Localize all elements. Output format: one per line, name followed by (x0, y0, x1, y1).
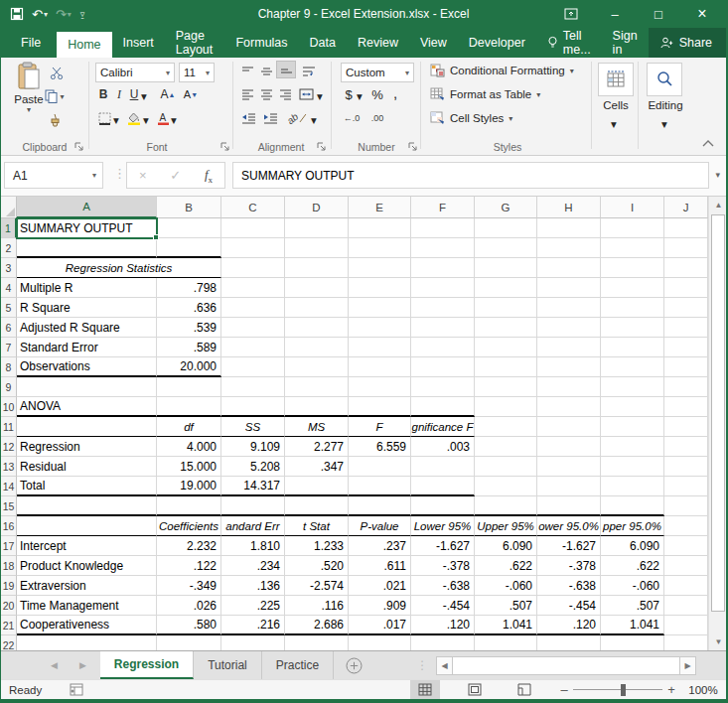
cell-A18[interactable]: Product Knowledge (17, 556, 157, 576)
name-box[interactable]: A1 ▾ (4, 162, 103, 189)
cell-H19[interactable]: -.638 (537, 576, 601, 596)
cell-H2[interactable] (537, 238, 601, 258)
cell-D13[interactable]: .347 (285, 457, 349, 477)
name-box-dropdown-icon[interactable]: ▾ (92, 171, 102, 180)
cell-C5[interactable] (221, 298, 285, 318)
cell-B15[interactable] (157, 496, 221, 516)
cell-J12[interactable] (664, 437, 708, 457)
borders-button[interactable] (96, 109, 112, 127)
macro-record-button[interactable] (70, 683, 83, 696)
align-left-button[interactable] (239, 85, 255, 103)
cell-E18[interactable]: .611 (349, 556, 411, 576)
cell-E11[interactable]: F (349, 417, 411, 437)
scroll-left-button[interactable]: ◀ (436, 656, 453, 675)
cell-F17[interactable]: -1.627 (411, 536, 475, 556)
cell-H20[interactable]: -.454 (537, 596, 601, 616)
column-header-C[interactable]: C (221, 197, 285, 218)
cell-H8[interactable] (537, 357, 601, 377)
cell-G9[interactable] (475, 377, 537, 397)
column-header-G[interactable]: G (475, 197, 537, 218)
cell-E12[interactable]: 6.559 (349, 437, 411, 457)
cell-F22[interactable] (411, 635, 475, 650)
column-header-F[interactable]: F (411, 197, 475, 218)
row-header-20[interactable]: 20 (1, 596, 17, 616)
close-button[interactable]: × (680, 0, 724, 28)
cell-G22[interactable] (475, 635, 537, 650)
cell-H22[interactable] (537, 635, 601, 650)
cell-B11[interactable]: df (157, 417, 221, 437)
vertical-scrollbar[interactable]: ▲ ▼ (708, 197, 727, 650)
cell-G3[interactable] (475, 258, 537, 278)
row-header-17[interactable]: 17 (1, 536, 17, 556)
cell-D9[interactable] (285, 377, 349, 397)
cell-C12[interactable]: 9.109 (221, 437, 285, 457)
cell-D16[interactable]: t Stat (285, 516, 349, 536)
row-header-8[interactable]: 8 (1, 357, 17, 377)
cell-H6[interactable] (537, 318, 601, 338)
cell-A2[interactable] (17, 238, 157, 258)
borders-dropdown-icon[interactable]: ▾ (113, 111, 119, 129)
cell-I22[interactable] (601, 635, 664, 650)
cell-B4[interactable]: .798 (157, 278, 221, 298)
cell-G8[interactable] (475, 357, 537, 377)
cell-E1[interactable] (349, 218, 411, 238)
cell-D7[interactable] (285, 338, 349, 357)
row-header-1[interactable]: 1 (1, 218, 17, 238)
cell-A7[interactable]: Standard Error (17, 338, 157, 357)
cell-E2[interactable] (349, 238, 411, 258)
cell-F16[interactable]: Lower 95% (411, 516, 475, 536)
cell-I16[interactable]: pper 95.0% (601, 516, 664, 536)
merge-center-dropdown-icon[interactable]: ▾ (317, 87, 323, 105)
cell-H4[interactable] (537, 278, 601, 298)
tab-file[interactable]: File (5, 28, 57, 58)
center-button[interactable] (258, 85, 274, 103)
cell-J5[interactable] (664, 298, 708, 318)
cell-J1[interactable] (664, 218, 708, 238)
cell-J20[interactable] (664, 596, 708, 616)
tab-data[interactable]: Data (299, 28, 347, 58)
cell-G17[interactable]: 6.090 (475, 536, 537, 556)
tab-page-layout[interactable]: Page Layout (165, 28, 225, 58)
cell-F19[interactable]: -.638 (411, 576, 475, 596)
enter-check-icon[interactable]: ✓ (170, 168, 181, 183)
column-header-D[interactable]: D (285, 197, 349, 218)
cell-I12[interactable] (601, 437, 664, 457)
format-as-table-button[interactable]: Format as Table ▾ (430, 87, 540, 101)
zoom-out-button[interactable]: – (555, 682, 573, 697)
cell-A3[interactable]: Regression Statistics (17, 258, 221, 278)
maximize-button[interactable]: □ (637, 0, 680, 28)
cell-styles-button[interactable]: Cell Styles ▾ (430, 111, 512, 125)
cell-E19[interactable]: .021 (349, 576, 411, 596)
cell-I11[interactable] (601, 417, 664, 437)
column-header-E[interactable]: E (349, 197, 411, 218)
cell-E21[interactable]: .017 (349, 616, 411, 635)
cell-C9[interactable] (221, 377, 285, 397)
cell-A10[interactable]: ANOVA (17, 397, 157, 417)
column-header-H[interactable]: H (537, 197, 601, 218)
cell-I14[interactable] (601, 477, 664, 496)
editing-button[interactable] (647, 63, 682, 96)
cell-G1[interactable] (475, 218, 537, 238)
cell-J14[interactable] (664, 477, 708, 496)
tab-home[interactable]: Home (57, 32, 111, 58)
scroll-down-button[interactable]: ▼ (709, 633, 728, 650)
cell-B1[interactable] (157, 218, 221, 238)
cell-J10[interactable] (664, 397, 708, 417)
cell-F21[interactable]: .120 (411, 616, 475, 635)
cell-D4[interactable] (285, 278, 349, 298)
next-sheet-button[interactable]: ▶ (58, 651, 100, 679)
middle-align-button[interactable] (258, 63, 274, 80)
cell-I2[interactable] (601, 238, 664, 258)
cells-button[interactable] (598, 63, 634, 96)
cell-A21[interactable]: Cooperativeness (17, 616, 157, 635)
horizontal-scroll-thumb[interactable] (453, 656, 679, 675)
cell-A13[interactable]: Residual (17, 457, 157, 477)
number-format-combo[interactable]: Custom ▾ (341, 63, 414, 82)
cell-E10[interactable] (349, 397, 411, 417)
cell-A8[interactable]: Observations (17, 357, 157, 377)
cell-G16[interactable]: Upper 95% (475, 516, 537, 536)
cell-D14[interactable] (285, 477, 349, 496)
cell-J11[interactable] (664, 417, 708, 437)
decrease-font-button[interactable]: A▼ (181, 85, 201, 103)
cell-B8[interactable]: 20.000 (157, 357, 221, 377)
